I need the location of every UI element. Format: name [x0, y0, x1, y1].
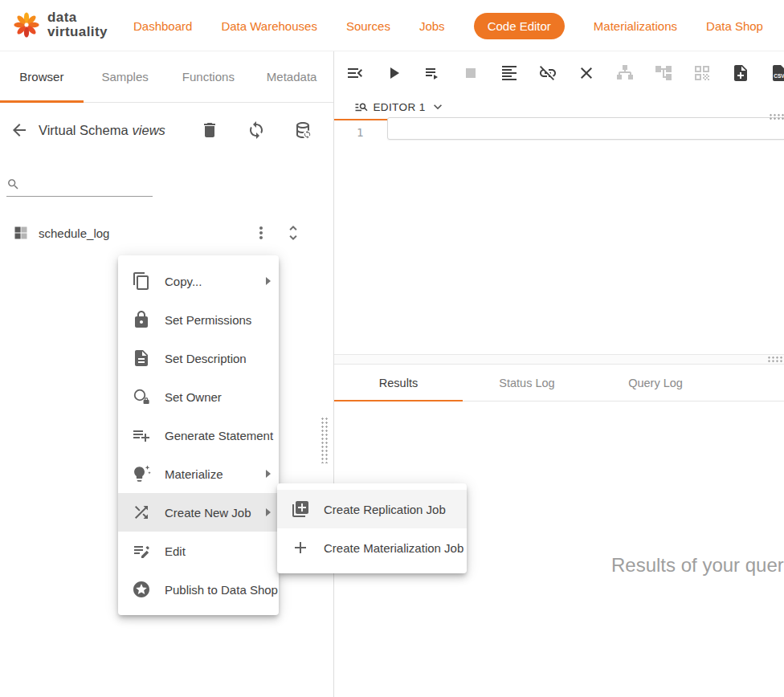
schema-subtitle: views	[133, 123, 165, 137]
dependencies-button[interactable]	[612, 60, 638, 86]
tab-metadata-label: Metadata	[267, 70, 317, 84]
menu-item-set-description[interactable]: Set Description	[118, 339, 279, 377]
tab-query-log[interactable]: Query Log	[591, 365, 720, 401]
menu-item-materialize-label: Materialize	[165, 467, 223, 481]
run-button[interactable]	[381, 60, 406, 86]
logo-text: data virtuality	[47, 10, 108, 39]
delete-schema-button[interactable]	[197, 117, 223, 143]
splitter-grip-dots[interactable]	[767, 356, 782, 363]
new-file-button[interactable]	[728, 60, 753, 86]
run-script-button[interactable]	[419, 60, 445, 86]
replication-job-icon	[291, 499, 310, 519]
submenu-arrow-icon	[266, 277, 271, 285]
kebab-menu-icon	[251, 223, 271, 243]
tab-metadata[interactable]: Metadata	[250, 51, 333, 102]
nav-jobs[interactable]: Jobs	[419, 19, 445, 33]
tab-status-log-label: Status Log	[499, 377, 554, 389]
edit-list-icon	[132, 541, 151, 560]
stop-icon	[461, 63, 480, 83]
editor-grip-dots[interactable]	[769, 113, 784, 120]
app-window: data virtuality Dashboard Data Warehouse…	[0, 0, 784, 697]
search-icon	[6, 177, 20, 191]
editor-tab-label: EDITOR 1	[373, 101, 425, 113]
item-menu-button[interactable]	[251, 223, 271, 243]
menu-item-publish-to-data-shop-label: Publish to Data Shop	[165, 583, 278, 597]
submenu-arrow-icon	[266, 508, 271, 516]
menu-item-create-materialization-job[interactable]: Create Materialization Job	[277, 528, 467, 567]
context-menu: Copy... Set Permissions Set Description …	[118, 255, 279, 615]
stop-button[interactable]	[458, 60, 484, 86]
sync-icon	[247, 120, 266, 140]
create-job-icon	[132, 503, 151, 522]
copy-icon	[132, 271, 151, 291]
results-splitter[interactable]	[334, 354, 784, 365]
run-icon	[384, 63, 403, 83]
schema-search	[6, 173, 153, 197]
owner-icon	[132, 387, 151, 406]
tab-samples[interactable]: Samples	[84, 51, 167, 102]
query-plan-button[interactable]	[689, 60, 715, 86]
tab-functions-label: Functions	[182, 70, 235, 84]
tab-results-label: Results	[379, 377, 418, 389]
search-input[interactable]	[25, 178, 153, 191]
close-editor-button[interactable]	[574, 60, 599, 86]
tree-item-label: schedule_log	[39, 226, 109, 240]
nav-data-shop[interactable]: Data Shop	[706, 19, 763, 33]
menu-item-create-materialization-job-label: Create Materialization Job	[324, 541, 463, 555]
back-button[interactable]	[6, 117, 32, 143]
menu-item-copy-label: Copy...	[165, 275, 202, 288]
export-csv-button[interactable]: CSV	[766, 60, 784, 86]
refresh-metadata-button[interactable]	[290, 117, 316, 143]
panel-resize-handle[interactable]	[321, 417, 329, 463]
logo-text-line1: data	[47, 10, 108, 25]
tab-browser[interactable]: Browser	[0, 51, 84, 102]
schema-title: Virtual Schema	[39, 123, 129, 137]
table-grid-icon	[13, 225, 29, 241]
menu-item-create-replication-job[interactable]: Create Replication Job	[277, 490, 467, 528]
close-icon	[577, 63, 596, 83]
main-nav: Dashboard Data Warehouses Sources Jobs C…	[133, 0, 763, 51]
csv-icon-label: CSV	[774, 73, 784, 79]
code-line-current[interactable]	[387, 117, 784, 140]
code-editor[interactable]: 1	[334, 120, 784, 354]
run-script-icon	[423, 63, 442, 83]
left-panel-tabs: Browser Samples Functions Metadata	[0, 51, 333, 103]
collapse-editor-icon	[345, 63, 365, 83]
menu-item-materialize[interactable]: Materialize	[118, 454, 279, 493]
collapse-editor-button[interactable]	[342, 60, 368, 86]
menu-item-set-permissions[interactable]: Set Permissions	[118, 300, 279, 339]
tab-browser-label: Browser	[19, 70, 63, 84]
tab-results[interactable]: Results	[334, 365, 463, 401]
nav-sources[interactable]: Sources	[346, 19, 390, 33]
sitemap-icon	[615, 63, 635, 83]
chevron-down-icon[interactable]	[430, 99, 446, 115]
refresh-schema-button[interactable]	[243, 117, 269, 143]
nav-dashboard[interactable]: Dashboard	[133, 19, 192, 33]
submenu-arrow-icon	[266, 470, 271, 478]
menu-item-publish-to-data-shop[interactable]: Publish to Data Shop	[118, 570, 279, 609]
tab-functions[interactable]: Functions	[167, 51, 251, 102]
tree-item-schedule-log[interactable]: schedule_log	[0, 217, 333, 249]
lineage-button[interactable]	[651, 60, 676, 86]
tab-status-log[interactable]: Status Log	[463, 365, 591, 401]
menu-item-set-owner[interactable]: Set Owner	[118, 377, 279, 416]
tab-samples-label: Samples	[101, 70, 148, 84]
expand-item-button[interactable]	[284, 223, 303, 243]
format-sql-button[interactable]	[496, 60, 522, 86]
menu-item-generate-statement[interactable]: Generate Statement	[118, 416, 279, 454]
menu-item-copy[interactable]: Copy...	[118, 262, 279, 300]
format-align-icon	[500, 63, 519, 83]
logo[interactable]: data virtuality	[11, 10, 108, 40]
database-sync-icon	[293, 120, 312, 140]
tree-item-actions	[251, 223, 303, 243]
arrow-back-icon	[10, 120, 29, 140]
menu-item-edit[interactable]: Edit	[118, 532, 279, 570]
tab-query-log-label: Query Log	[628, 377, 683, 389]
line-number: 1	[357, 126, 363, 139]
star-circle-icon	[132, 580, 151, 599]
nav-materializations[interactable]: Materializations	[594, 19, 677, 33]
nav-data-warehouses[interactable]: Data Warehouses	[221, 19, 317, 33]
menu-item-create-new-job[interactable]: Create New Job	[118, 493, 279, 532]
nav-code-editor[interactable]: Code Editor	[474, 13, 565, 39]
unlink-button[interactable]	[535, 60, 561, 86]
